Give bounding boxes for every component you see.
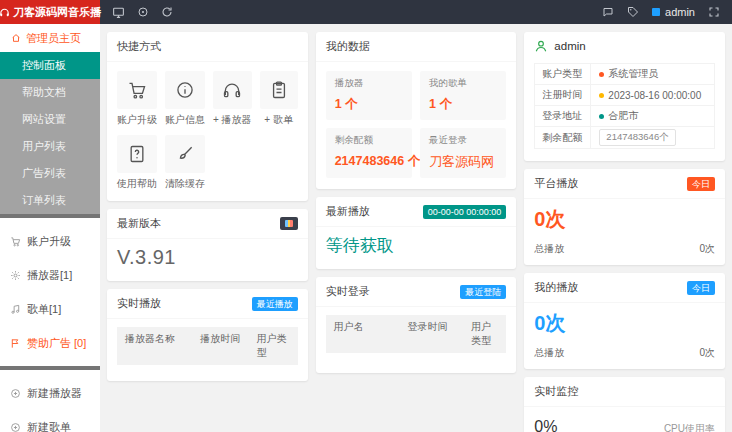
my-data-card: 我的数据 播放器 1 个 我的歌单 1 个 剩余配额 2147483646 个 (316, 32, 517, 189)
account-row-quota: 剩余配额 2147483646个 (535, 127, 714, 148)
latest-play-status: 等待获取 (326, 234, 507, 257)
my-play-count: 0次 (534, 310, 715, 337)
account-username: admin (554, 40, 585, 52)
quick-help-button[interactable]: 使用帮助 (117, 135, 157, 191)
sidebar-item-ad-list[interactable]: 广告列表 (0, 160, 100, 187)
column-1: 快捷方式 账户升级 账户信息 + 播放器 (107, 32, 308, 381)
account-row-registered: 注册时间 2023-08-16 00:00:00 (535, 85, 714, 106)
sidebar-item-sponsor-ads[interactable]: 赞助广告 [0] (0, 326, 100, 360)
topbar-left-tools (100, 0, 185, 24)
home-icon (11, 33, 21, 43)
info-icon (175, 80, 195, 100)
user-menu[interactable]: admin (652, 6, 695, 18)
sidebar-item-new-player[interactable]: 新建播放器 (0, 376, 100, 410)
column-2: 我的数据 播放器 1 个 我的歌单 1 个 剩余配额 2147483646 个 (316, 32, 517, 373)
column-header: 播放器名称 (125, 332, 200, 346)
today-badge: 今日 (687, 281, 715, 295)
status-dot (599, 72, 604, 77)
column-header: 用户名 (334, 320, 408, 334)
quota-value: 2147483646个 (599, 129, 675, 146)
my-play-card: 我的播放 今日 0次 总播放 0次 (524, 273, 725, 369)
latest-play-card: 最新播放 00-00-00 00:00:00 等待获取 (316, 197, 517, 269)
total-value: 0次 (699, 242, 715, 256)
clipboard-icon (269, 80, 289, 100)
avatar (652, 8, 660, 16)
account-table: 账户类型 系统管理员 注册时间 2023-08-16 00:00:00 登录地址… (534, 63, 715, 149)
sidebar-item-label: 新建播放器 (27, 386, 82, 401)
realtime-login-card: 实时登录 最近登陆 用户名 登录时间 用户类型 (316, 277, 517, 373)
card-title: 实时登录 (326, 284, 370, 299)
account-info-card: admin 账户类型 系统管理员 注册时间 2023-08-16 00:00:0… (524, 32, 725, 161)
card-title: 我的数据 (326, 39, 370, 54)
main-content: 快捷方式 账户升级 账户信息 + 播放器 (100, 24, 732, 432)
sidebar-item-admin-home[interactable]: 管理员主页 (0, 24, 100, 52)
quick-add-playlist-button[interactable]: + 歌单 (260, 71, 298, 127)
platform-play-count: 0次 (534, 206, 715, 233)
sidebar-item-dashboard[interactable]: 控制面板 (0, 52, 100, 79)
realtime-play-card: 实时播放 最近播放 播放器名称 播放时间 用户类型 (107, 289, 308, 381)
platform-play-card: 平台播放 今日 0次 总播放 0次 (524, 169, 725, 265)
app-title: 刀客源码网音乐播 (13, 5, 101, 20)
gear-icon (10, 270, 21, 281)
sidebar-item-label: 赞助广告 [0] (27, 336, 86, 351)
total-label: 总播放 (534, 346, 564, 360)
stat-players: 播放器 1 个 (326, 71, 412, 120)
sidebar-item-order-list[interactable]: 订单列表 (0, 187, 100, 214)
latest-play-time-badge: 00-00-00 00:00:00 (423, 205, 507, 219)
sidebar-item-help-docs[interactable]: 帮助文档 (0, 79, 100, 106)
sidebar-item-site-settings[interactable]: 网站设置 (0, 106, 100, 133)
card-title: 我的播放 (534, 280, 578, 295)
recent-play-badge: 最近播放 (252, 297, 298, 311)
realtime-login-table-header: 用户名 登录时间 用户类型 (326, 315, 507, 353)
column-3: admin 账户类型 系统管理员 注册时间 2023-08-16 00:00:0… (524, 32, 725, 432)
column-header: 登录时间 (407, 320, 471, 334)
app-logo[interactable]: 刀客源码网音乐播 (0, 0, 100, 24)
status-dot (599, 114, 604, 119)
sidebar-item-label: 新建歌单 (27, 420, 71, 432)
username: admin (665, 6, 695, 18)
sidebar-submenu: 控制面板 帮助文档 网站设置 用户列表 广告列表 订单列表 (0, 52, 100, 214)
plus-circle-icon (10, 422, 21, 432)
realtime-play-table-header: 播放器名称 播放时间 用户类型 (117, 327, 298, 365)
latest-version-card: 最新版本 V.3.91 (107, 209, 308, 281)
sidebar-item-playlists[interactable]: 歌单[1] (0, 292, 100, 326)
sidebar-tools-group: 账户升级 播放器[1] 歌单[1] 赞助广告 [0] (0, 218, 100, 366)
card-title: 实时监控 (534, 384, 578, 399)
realtime-monitor-card: 实时监控 0% CPU使用率 0% 内存占用率(0/0) (524, 377, 725, 432)
help-doc-icon (127, 144, 147, 164)
brush-icon (175, 144, 195, 164)
plus-circle-icon (10, 388, 21, 399)
version-badge-icon[interactable] (280, 217, 298, 230)
playlist-icon (10, 304, 21, 315)
sidebar-item-account-upgrade[interactable]: 账户升级 (0, 224, 100, 258)
card-title: 最新播放 (326, 204, 370, 219)
fullscreen-icon[interactable] (708, 6, 720, 18)
sidebar-toggle-icon[interactable] (112, 6, 125, 19)
cart-icon (127, 80, 147, 100)
sidebar-item-label: 账户升级 (27, 234, 71, 249)
recent-login-badge: 最近登陆 (460, 285, 506, 299)
account-row-location: 登录地址 合肥市 (535, 106, 714, 127)
quick-account-upgrade-button[interactable]: 账户升级 (117, 71, 157, 127)
sidebar-item-user-list[interactable]: 用户列表 (0, 133, 100, 160)
stat-last-login: 最近登录 刀客源码网 (420, 128, 506, 178)
stat-quota: 剩余配额 2147483646 个 (326, 128, 412, 178)
theme-dot-icon[interactable] (137, 6, 149, 18)
account-row-type: 账户类型 系统管理员 (535, 64, 714, 85)
sidebar-item-players[interactable]: 播放器[1] (0, 258, 100, 292)
cpu-usage-row: 0% CPU使用率 (534, 409, 715, 432)
total-value: 0次 (699, 346, 715, 360)
quick-shortcuts-card: 快捷方式 账户升级 账户信息 + 播放器 (107, 32, 308, 201)
sidebar-item-label: 歌单[1] (27, 302, 61, 317)
sidebar-item-new-playlist[interactable]: 新建歌单 (0, 410, 100, 432)
cpu-usage-value: 0% (534, 418, 557, 432)
quick-add-player-button[interactable]: + 播放器 (213, 71, 252, 127)
quick-clear-cache-button[interactable]: 清除缓存 (165, 135, 205, 191)
total-label: 总播放 (534, 242, 564, 256)
quick-account-info-button[interactable]: 账户信息 (165, 71, 205, 127)
refresh-icon[interactable] (161, 6, 173, 18)
tag-icon[interactable] (627, 6, 639, 18)
user-avatar-icon (534, 39, 548, 53)
cart-icon (10, 236, 21, 247)
message-icon[interactable] (602, 6, 614, 18)
